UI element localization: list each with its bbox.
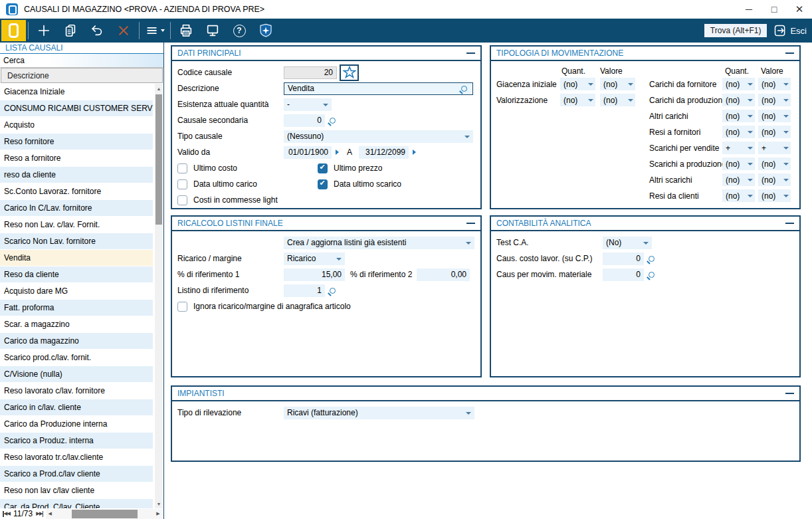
listino-riferimento-field[interactable]: 1	[284, 284, 325, 297]
undo-button[interactable]	[84, 20, 110, 41]
date-picker-icon[interactable]	[336, 150, 339, 155]
list-item[interactable]: reso da cliente	[0, 167, 153, 183]
esistenza-dropdown[interactable]: -	[284, 98, 332, 111]
list-item[interactable]: Scarico Non Lav. fornitore	[0, 233, 153, 250]
date-picker-icon[interactable]	[413, 150, 416, 155]
checkbox[interactable]	[318, 163, 328, 173]
scroll-up-icon[interactable]: ▲	[155, 84, 163, 93]
descrizione-field[interactable]: Vendita	[284, 82, 473, 95]
checkbox[interactable]	[177, 179, 187, 189]
checkbox[interactable]	[177, 163, 187, 173]
list-item[interactable]: Scarico a Produz. interna	[0, 433, 153, 449]
vertical-scrollbar[interactable]: ▲ ▼	[155, 84, 163, 508]
ricarico-margine-dropdown[interactable]: Ricarico	[284, 253, 345, 265]
copy-button[interactable]	[57, 20, 84, 41]
valore-dropdown[interactable]: (no)	[600, 78, 635, 90]
checkbox-item[interactable]: Costi in commesse light	[177, 192, 318, 208]
checkbox[interactable]	[318, 179, 328, 189]
quant-dropdown[interactable]: (no)	[722, 173, 755, 186]
help-button[interactable]: ?	[226, 20, 253, 41]
checkbox[interactable]	[177, 195, 187, 205]
horizontal-scrollbar-thumb[interactable]	[72, 510, 138, 518]
riferimento1-field[interactable]: 15,00	[284, 268, 345, 281]
favorite-button[interactable]	[340, 64, 359, 81]
checkbox-item[interactable]: Ultimo costo	[177, 160, 318, 176]
scroll-right-icon[interactable]: ▶	[154, 509, 162, 519]
column-header-descrizione[interactable]: Descrizione	[1, 68, 163, 83]
codice-causale-field[interactable]: 20	[284, 66, 337, 79]
causale-secondaria-field[interactable]: 0	[284, 114, 325, 127]
list-item[interactable]: Carico in c/lav. cliente	[0, 399, 153, 416]
quant-dropdown[interactable]: (no)	[722, 94, 755, 106]
collapse-panel-icon[interactable]	[466, 52, 475, 54]
list-item[interactable]: Reso non Lav. c/lav. Fornit.	[0, 217, 153, 233]
list-item[interactable]: C/Visione (nulla)	[0, 366, 153, 383]
caus-costo-field[interactable]: 0	[603, 253, 644, 265]
scroll-down-icon[interactable]: ▼	[155, 499, 163, 508]
checkbox[interactable]	[177, 302, 187, 312]
checkbox-item[interactable]: Data ultimo scarico	[318, 176, 458, 192]
list-item[interactable]: Acquisto dare MG	[0, 283, 153, 300]
tipo-causale-dropdown[interactable]: (Nessuno)	[284, 130, 473, 143]
maximize-button[interactable]: □	[761, 0, 787, 19]
minimize-button[interactable]: ─	[736, 0, 761, 19]
list-item[interactable]: Reso fornitore	[0, 134, 153, 150]
find-shortcut-badge[interactable]: Trova (Alt+F1)	[704, 24, 767, 37]
valido-a-field[interactable]: 31/12/2099	[359, 146, 409, 159]
valore-dropdown[interactable]: (no)	[758, 157, 791, 170]
app-menu-button[interactable]	[1, 20, 26, 41]
valore-dropdown[interactable]: +	[758, 142, 791, 154]
riferimento2-field[interactable]: 0,00	[417, 268, 470, 281]
list-item[interactable]: CONSUMO RICAMBI CUSTOMER SERVI	[0, 100, 153, 117]
first-record-button[interactable]: ◀◀	[3, 511, 10, 517]
search-icon[interactable]	[649, 256, 655, 262]
list-item[interactable]: Carico da magazzino	[0, 333, 153, 350]
new-record-button[interactable]	[31, 20, 57, 41]
valore-dropdown[interactable]: (no)	[600, 94, 635, 106]
quant-dropdown[interactable]: (no)	[560, 78, 595, 90]
quant-dropdown[interactable]: (no)	[722, 78, 755, 90]
last-record-button[interactable]: ▶▶	[36, 511, 43, 517]
quant-dropdown[interactable]: (no)	[722, 189, 755, 202]
vertical-scrollbar-thumb[interactable]	[155, 94, 162, 225]
search-icon[interactable]	[330, 118, 336, 124]
list-item[interactable]: Scarico a Prod.c/lav cliente	[0, 466, 153, 482]
list-item[interactable]: Scarico prod.c/lav. fornit.	[0, 350, 153, 366]
list-item[interactable]: Car. da Prod. C/lav. Cliente	[0, 499, 153, 508]
valore-dropdown[interactable]: (no)	[758, 110, 791, 122]
list-item[interactable]: Fatt. proforma	[0, 300, 153, 316]
collapse-panel-icon[interactable]	[785, 393, 794, 394]
checkbox-item[interactable]: Data ultimo carico	[177, 176, 318, 192]
quant-dropdown[interactable]: (no)	[722, 110, 755, 122]
horizontal-scrollbar[interactable]: ◀ ▶	[46, 509, 162, 519]
list-item[interactable]: Reso lavorato c/lav. fornitore	[0, 383, 153, 399]
valore-dropdown[interactable]: (no)	[758, 94, 791, 106]
test-ca-dropdown[interactable]: (No)	[603, 237, 652, 249]
caus-movim-field[interactable]: 0	[603, 268, 644, 281]
list-item[interactable]: Sc.Conto Lavoraz. fornitore	[0, 183, 153, 200]
tipo-rilevazione-dropdown[interactable]: Ricavi (fatturazione)	[284, 407, 474, 419]
search-icon[interactable]	[330, 288, 336, 294]
search-icon[interactable]	[461, 86, 467, 92]
search-icon[interactable]	[649, 272, 655, 278]
collapse-panel-icon[interactable]	[785, 52, 794, 54]
quant-dropdown[interactable]: (no)	[560, 94, 595, 106]
list-item[interactable]: Scar. a magazzino	[0, 316, 153, 333]
valido-da-field[interactable]: 01/01/1900	[284, 146, 332, 159]
list-item[interactable]: Giacenza Iniziale	[0, 84, 153, 100]
valore-dropdown[interactable]: (no)	[758, 126, 791, 138]
collapse-panel-icon[interactable]	[785, 223, 794, 224]
assistant-button[interactable]	[253, 20, 279, 41]
valore-dropdown[interactable]: (no)	[758, 78, 791, 90]
valore-dropdown[interactable]: (no)	[758, 173, 791, 186]
close-button[interactable]: ✕	[787, 0, 812, 19]
menu-button[interactable]	[142, 20, 168, 41]
checkbox-item[interactable]: Ultimo prezzo	[318, 160, 458, 176]
listini-mode-dropdown[interactable]: Crea / aggiorna listini già esistenti	[284, 237, 474, 249]
list-item[interactable]: Reso a fornitore	[0, 150, 153, 167]
quant-dropdown[interactable]: +	[722, 142, 755, 154]
list-item[interactable]: Reso non lav c/lav cliente	[0, 482, 153, 499]
list-item[interactable]: Vendita	[0, 250, 153, 266]
list-item[interactable]: Reso lavorato tr.c/lav.cliente	[0, 449, 153, 466]
list-item[interactable]: Reso da cliente	[0, 266, 153, 283]
